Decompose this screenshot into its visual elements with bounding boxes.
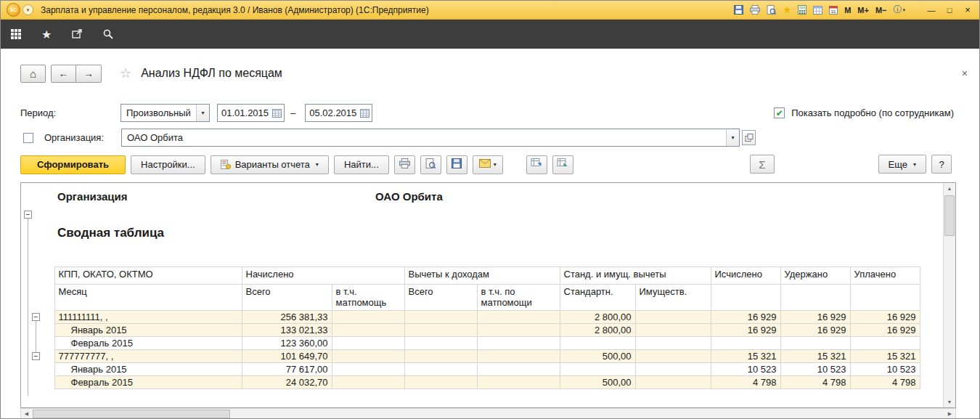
table-cell[interactable] bbox=[332, 324, 404, 337]
organization-open-button[interactable] bbox=[742, 130, 756, 145]
more-button[interactable]: Еще▾ bbox=[878, 155, 926, 174]
table-cell[interactable]: 16 929 bbox=[780, 311, 850, 324]
horizontal-scroll-thumb[interactable] bbox=[33, 410, 230, 418]
chevron-down-icon[interactable]: ▾ bbox=[726, 129, 739, 146]
table-cell[interactable] bbox=[477, 324, 560, 337]
vertical-scrollbar[interactable]: ▲ ▼ bbox=[943, 183, 955, 407]
table-cell[interactable] bbox=[404, 363, 477, 376]
table-cell[interactable] bbox=[780, 337, 850, 350]
column-header-empty[interactable] bbox=[850, 285, 920, 311]
table-cell[interactable] bbox=[332, 376, 404, 389]
table-cell[interactable] bbox=[711, 337, 780, 350]
collapse-groups-button[interactable] bbox=[552, 155, 573, 174]
table-cell[interactable]: 10 523 bbox=[780, 363, 850, 376]
table-cell[interactable]: Февраль 2015 bbox=[54, 337, 242, 350]
column-header-month[interactable]: Месяц bbox=[54, 285, 242, 311]
table-cell[interactable] bbox=[404, 350, 477, 363]
back-button[interactable]: ← bbox=[51, 65, 76, 83]
table-cell[interactable]: Январь 2015 bbox=[54, 324, 242, 337]
expand-groups-button[interactable] bbox=[526, 155, 547, 174]
column-header-standartn[interactable]: Стандартн. bbox=[560, 285, 635, 311]
calculator-icon[interactable] bbox=[798, 4, 807, 17]
calendar-icon[interactable]: 31 bbox=[829, 4, 838, 17]
table-cell[interactable]: 10 523 bbox=[711, 363, 780, 376]
table-cell[interactable] bbox=[332, 363, 404, 376]
table-cell[interactable]: 16 929 bbox=[850, 311, 920, 324]
table-cell[interactable]: 500,00 bbox=[560, 350, 635, 363]
table-cell[interactable]: 133 021,33 bbox=[242, 324, 332, 337]
vertical-scroll-thumb[interactable] bbox=[944, 195, 955, 236]
table-cell[interactable] bbox=[635, 311, 711, 324]
table-cell[interactable]: 4 798 bbox=[850, 376, 920, 389]
maximize-button[interactable]: □ bbox=[944, 6, 955, 15]
scroll-down-icon[interactable]: ▼ bbox=[944, 396, 955, 407]
settings-button[interactable]: Настройки... bbox=[131, 155, 205, 174]
column-header-vtch-po-matpomoschi[interactable]: в т.ч. по матпомощи bbox=[477, 285, 560, 311]
favorites-icon[interactable]: ★ bbox=[41, 28, 52, 41]
apps-menu-icon[interactable] bbox=[10, 28, 22, 40]
table-cell[interactable] bbox=[477, 337, 560, 350]
collapse-group-icon[interactable]: − bbox=[32, 313, 40, 321]
sum-button[interactable]: Σ bbox=[750, 155, 775, 174]
scroll-right-icon[interactable]: ▶ bbox=[944, 411, 955, 417]
save-file-button[interactable] bbox=[446, 155, 467, 174]
table-cell[interactable]: 16 929 bbox=[711, 324, 780, 337]
organization-combo[interactable]: ОАО Орбита ▾ bbox=[121, 129, 740, 147]
column-header-empty[interactable] bbox=[780, 285, 850, 311]
forward-button[interactable]: → bbox=[76, 65, 102, 83]
period-type-combo[interactable]: Произвольный ▾ bbox=[121, 104, 210, 122]
collapse-group-icon[interactable]: − bbox=[32, 352, 40, 360]
table-cell[interactable]: 15 321 bbox=[780, 350, 850, 363]
table-cell[interactable]: 16 929 bbox=[711, 311, 780, 324]
table-cell[interactable] bbox=[332, 337, 404, 350]
table-cell[interactable]: 500,00 bbox=[560, 376, 635, 389]
column-header-uderzhano[interactable]: Удержано bbox=[780, 267, 850, 285]
column-header-kpp-okato-oktmo[interactable]: КПП, ОКАТО, ОКТМО bbox=[54, 267, 242, 285]
table-cell[interactable]: 2 800,00 bbox=[560, 324, 635, 337]
table-cell[interactable] bbox=[850, 337, 920, 350]
table-cell[interactable] bbox=[477, 363, 560, 376]
table-cell[interactable] bbox=[477, 376, 560, 389]
table-cell[interactable]: 4 798 bbox=[711, 376, 780, 389]
table-icon[interactable] bbox=[813, 4, 822, 17]
table-cell[interactable] bbox=[560, 337, 635, 350]
table-cell[interactable]: 16 929 bbox=[850, 324, 920, 337]
memory-m-minus-button[interactable]: M− bbox=[875, 4, 887, 17]
1c-logo-icon[interactable]: 1С bbox=[7, 3, 20, 17]
column-header-vsego-nachisleno[interactable]: Всего bbox=[242, 285, 332, 311]
column-header-ischisleno[interactable]: Исчислено bbox=[711, 267, 780, 285]
table-cell[interactable] bbox=[635, 324, 711, 337]
memory-m-plus-button[interactable]: M+ bbox=[857, 4, 869, 17]
table-cell[interactable]: 10 523 bbox=[850, 363, 920, 376]
table-cell[interactable]: 15 321 bbox=[850, 350, 920, 363]
date-from-field[interactable]: 01.01.2015 bbox=[217, 104, 285, 122]
save-icon[interactable] bbox=[734, 4, 743, 17]
table-cell[interactable] bbox=[477, 311, 560, 324]
column-header-empty[interactable] bbox=[711, 285, 780, 311]
table-cell[interactable] bbox=[404, 324, 477, 337]
main-menu-chevron-icon[interactable]: ▾ bbox=[23, 4, 33, 15]
date-to-field[interactable]: 05.02.2015 bbox=[305, 104, 372, 122]
table-cell[interactable] bbox=[635, 376, 711, 389]
table-cell[interactable]: 2 800,00 bbox=[560, 311, 635, 324]
column-header-vtch-matpomosch[interactable]: в т.ч. матпомощь bbox=[332, 285, 404, 311]
column-header-imuschestv[interactable]: Имуществ. bbox=[635, 285, 711, 311]
close-button[interactable]: × bbox=[962, 4, 973, 15]
table-cell[interactable]: 77 617,00 bbox=[242, 363, 332, 376]
table-cell[interactable] bbox=[560, 363, 635, 376]
calendar-picker-icon[interactable] bbox=[270, 109, 284, 118]
table-cell[interactable]: 16 929 bbox=[780, 324, 850, 337]
table-cell[interactable] bbox=[477, 350, 560, 363]
show-detail-checkbox[interactable]: ✔ bbox=[774, 107, 785, 118]
print-icon[interactable] bbox=[750, 4, 760, 17]
table-cell[interactable]: 123 360,00 bbox=[242, 337, 332, 350]
collapse-all-icon[interactable]: − bbox=[24, 211, 32, 219]
help-button[interactable]: ? bbox=[931, 155, 952, 174]
print-preview-icon[interactable] bbox=[767, 4, 776, 17]
column-header-uplacheno[interactable]: Уплачено bbox=[850, 267, 920, 285]
table-cell[interactable]: 24 032,70 bbox=[242, 376, 332, 389]
table-cell[interactable]: 111111111, , bbox=[54, 311, 242, 324]
table-cell[interactable]: Январь 2015 bbox=[54, 363, 242, 376]
generate-button[interactable]: Сформировать bbox=[20, 155, 126, 174]
print-preview-button[interactable] bbox=[420, 155, 441, 174]
